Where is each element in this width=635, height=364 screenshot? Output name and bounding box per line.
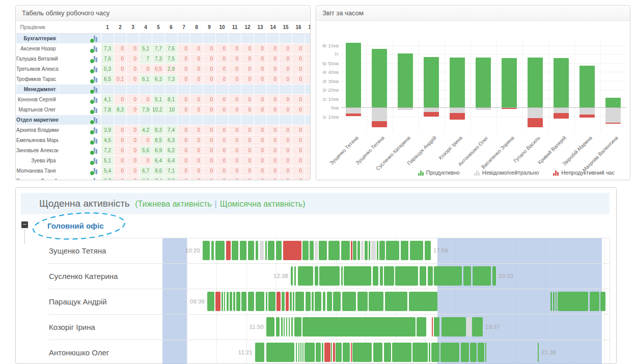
stats-icon[interactable] — [91, 66, 98, 73]
legend-label: Невідомо/нейтрально — [482, 170, 539, 176]
activity-view-links: (Тижнева активність|Щомісячна активність… — [135, 200, 305, 208]
activity-segment-productive — [342, 292, 356, 311]
day-value-cell — [241, 85, 254, 95]
unproductive-bar — [502, 108, 517, 109]
day-value-cell: 6,3 — [152, 74, 165, 85]
day-value-cell: 8,3 — [152, 125, 165, 135]
day-value-cell: 0 — [203, 166, 216, 176]
day-value-cell: 0 — [190, 105, 203, 115]
activity-segment-productive — [233, 292, 235, 311]
activity-segment-productive — [284, 317, 285, 337]
activity-segment-productive — [232, 241, 238, 260]
stats-icon[interactable] — [91, 45, 98, 52]
day-value-cell — [292, 34, 305, 44]
day-value-cell — [140, 34, 152, 44]
stats-icon[interactable] — [91, 117, 98, 124]
day-column-header: 4 — [140, 21, 152, 34]
day-value-cell — [165, 34, 178, 44]
day-value-cell: 0 — [305, 74, 311, 85]
activity-segment-productive — [395, 266, 418, 286]
stats-icon[interactable] — [91, 167, 98, 175]
stats-icon[interactable] — [91, 157, 98, 164]
office-group-label[interactable]: Головний офіс — [47, 221, 104, 230]
day-column-header: 17 — [305, 21, 311, 34]
stats-icon-cell — [59, 105, 101, 115]
day-value-cell: 3,9 — [101, 125, 114, 135]
activity-segment-productive — [323, 292, 325, 311]
day-value-cell: 2,9 — [165, 64, 178, 74]
activity-segment-unproductive — [226, 241, 231, 260]
activity-segment-productive — [331, 343, 332, 362]
day-column-header: 1 — [101, 21, 114, 34]
day-value-cell — [114, 115, 127, 125]
monthly-activity-link[interactable]: Щомісячна активність — [220, 200, 303, 208]
day-value-cell: 0 — [114, 95, 127, 105]
activity-segment-productive — [241, 292, 246, 311]
stats-icon[interactable] — [91, 76, 98, 83]
legend-item[interactable]: Невідомо/нейтрально — [474, 170, 539, 176]
stats-icon[interactable] — [91, 147, 98, 154]
day-value-cell: 0 — [254, 146, 267, 156]
day-value-cell: 0 — [241, 54, 254, 64]
day-value-cell: 0 — [178, 95, 190, 105]
day-value-cell: 0 — [267, 166, 280, 176]
legend-item[interactable]: Непродуктивний час — [553, 170, 615, 176]
day-value-cell: 0 — [280, 156, 292, 166]
day-value-cell: 8,1 — [165, 95, 178, 105]
stats-icon[interactable] — [91, 96, 98, 103]
day-value-cell: 0 — [216, 125, 229, 135]
day-value-cell: 0 — [267, 156, 280, 166]
activity-segment-productive — [266, 317, 274, 337]
day-value-cell: 0 — [241, 166, 254, 176]
day-value-cell: 0 — [216, 156, 229, 166]
stats-icon-cell — [59, 146, 101, 156]
activity-segment-productive — [290, 292, 292, 311]
day-value-cell: 0 — [229, 125, 241, 135]
collapse-toggle-icon[interactable]: − — [21, 221, 29, 229]
timesheet-employee-row: Емельянова Марьяна4,50008,56,30000000000… — [16, 135, 311, 146]
activity-segment-productive — [369, 292, 383, 311]
day-column-header: 13 — [254, 21, 267, 34]
day-value-cell: 0 — [114, 166, 127, 176]
activity-employee-name: Сусленко Катерина — [49, 264, 118, 289]
weekly-activity-link[interactable]: Тижнева активність — [138, 200, 212, 208]
day-value-cell: 0 — [140, 95, 152, 105]
day-value-cell: 0 — [216, 64, 229, 74]
legend-item[interactable]: Продуктивно — [418, 170, 460, 176]
day-column-header: 8 — [190, 21, 203, 34]
neutral-bar — [398, 108, 413, 110]
stats-icon[interactable] — [91, 137, 98, 144]
activity-segment-productive — [384, 266, 394, 286]
day-value-cell: 0 — [280, 166, 292, 176]
day-value-cell: 0 — [292, 146, 305, 156]
activity-segment-productive — [215, 241, 225, 260]
stats-icon-cell — [59, 156, 101, 166]
activity-segment-productive — [440, 343, 459, 362]
day-value-cell: 0 — [178, 44, 190, 54]
activity-row: Козоріг Ірина11:5019:37 — [49, 315, 610, 340]
neutral-bar — [450, 108, 465, 113]
activity-segment-productive — [600, 292, 605, 311]
activity-segment-productive — [289, 317, 290, 337]
activity-segment-productive — [341, 241, 350, 260]
day-value-cell: 0 — [114, 64, 127, 74]
stats-icon[interactable] — [91, 106, 98, 114]
day-value-cell: 7,8 — [101, 105, 114, 115]
stats-icon[interactable] — [91, 86, 98, 93]
activity-segment-productive — [296, 343, 297, 362]
stats-icon[interactable] — [91, 127, 98, 134]
stats-icon[interactable] — [91, 35, 98, 42]
activity-segment-unproductive — [286, 292, 289, 311]
employee-name: Родионов Сергей — [16, 176, 59, 181]
stats-icon[interactable] — [91, 178, 98, 181]
day-value-cell: 8,3 — [114, 105, 127, 115]
day-value-cell: 0 — [267, 135, 280, 146]
activity-segment-productive — [434, 266, 462, 286]
stats-icon[interactable] — [91, 55, 98, 63]
activity-segment-neutral — [260, 241, 264, 260]
day-value-cell: 0 — [190, 64, 203, 74]
stats-icon-cell — [59, 176, 101, 181]
day-value-cell: 0 — [254, 135, 267, 146]
day-value-cell: 0 — [178, 176, 190, 181]
day-column-header: 14 — [267, 21, 280, 34]
